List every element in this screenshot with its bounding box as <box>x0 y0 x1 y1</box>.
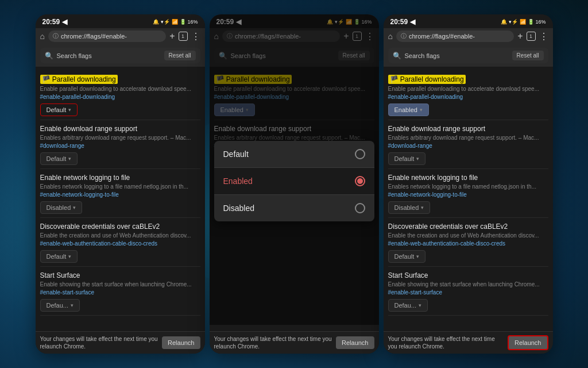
flag-dropdown-download-range[interactable]: Default ▾ <box>388 152 426 165</box>
flag-link[interactable]: #enable-web-authentication-cable-disco-c… <box>40 240 200 247</box>
dropdown-option-label: Default <box>223 150 249 159</box>
flag-dropdown-cablev2[interactable]: Default ▾ <box>40 250 78 263</box>
flag-link[interactable]: #enable-network-logging-to-file <box>40 191 200 198</box>
flag-link[interactable]: #enable-parallel-downloading <box>388 94 548 100</box>
flag-title: Discoverable credentials over caBLEv2 <box>388 223 548 231</box>
dropdown-arrow-icon: ▾ <box>421 205 424 210</box>
search-input[interactable]: Search flags <box>405 52 509 59</box>
phone-1: 20:59 ◀ 🔔 ▾⚡ 📶 🔋 16% ⌂ ⓘ chrome://flags/… <box>210 14 379 354</box>
tab-count[interactable]: 1 <box>179 32 188 41</box>
flag-dropdown-parallel-downloading[interactable]: Default ▾ <box>40 103 78 116</box>
status-bar: 20:59 ◀ 🔔 ▾⚡ 📶 🔋 16% <box>384 14 553 28</box>
dropdown-arrow-icon: ▾ <box>68 156 71 162</box>
flag-link[interactable]: #enable-start-surface <box>388 289 548 296</box>
dropdown-option-label: Disabled <box>223 204 254 213</box>
flag-item-network-logging: Enable network logging to file Enables n… <box>40 169 200 218</box>
dropdown-arrow-icon: ▾ <box>416 156 419 162</box>
dropdown-arrow-icon: ▾ <box>68 254 71 259</box>
dropdown-arrow-icon: ▾ <box>71 302 74 308</box>
dropdown-overlay: Default Enabled Disabled <box>214 141 374 221</box>
flag-desc: Enables network logging to a file named … <box>388 183 548 190</box>
flag-title-text: Enable download range support <box>388 125 485 133</box>
dropdown-label: Default <box>394 155 415 162</box>
flag-item-cablev2: Discoverable credentials over caBLEv2 En… <box>40 218 200 267</box>
flag-dropdown-network-logging[interactable]: Disabled ▾ <box>40 201 83 214</box>
flag-title-text: Enable download range support <box>40 125 137 133</box>
flag-title-text: Enable network logging to file <box>40 174 130 182</box>
flag-link[interactable]: #enable-start-surface <box>40 289 200 296</box>
flag-dropdown-start-surface[interactable]: Defau... ▾ <box>388 299 428 312</box>
bottom-bar: Your changes will take effect the next t… <box>210 331 379 354</box>
flag-item-parallel-downloading: 🏴 Parallel downloading Enable parallel d… <box>40 70 200 120</box>
tab-count[interactable]: 1 <box>527 32 536 41</box>
dropdown-option-disabled[interactable]: Disabled <box>214 195 374 221</box>
radio-dot <box>357 178 363 184</box>
flag-title-text: Discoverable credentials over caBLEv2 <box>388 223 508 231</box>
flag-dropdown-parallel-downloading[interactable]: Enabled ▾ <box>388 103 429 116</box>
search-bar: 🔍 Search flags Reset all <box>40 48 200 63</box>
flag-desc: Enable showing the start surface when la… <box>388 281 548 288</box>
relaunch-button[interactable]: Relaunch <box>336 336 374 349</box>
bottom-text: Your changes will take effect the next t… <box>388 335 505 350</box>
flag-title-text: Start Surface <box>40 271 80 279</box>
flag-dropdown-download-range[interactable]: Default ▾ <box>40 152 78 165</box>
tab-count-label: 1 <box>181 33 184 39</box>
status-time: 20:59 ◀ <box>42 18 67 26</box>
new-tab-icon[interactable]: + <box>169 31 175 41</box>
dropdown-label: Defau... <box>394 302 417 309</box>
address-bar[interactable]: ⓘ chrome://flags/#enable- <box>48 30 166 42</box>
lock-icon: ⓘ <box>401 32 407 40</box>
flag-link[interactable]: #download-range <box>40 143 200 149</box>
flag-link[interactable]: #enable-parallel-downloading <box>40 94 200 100</box>
dropdown-label: Defau... <box>47 302 69 309</box>
flag-dropdown-start-surface[interactable]: Defau... ▾ <box>40 299 80 312</box>
status-bar: 20:59 ◀ 🔔 ▾⚡ 📶 🔋 16% <box>36 14 205 28</box>
phone-0: 20:59 ◀ 🔔 ▾⚡ 📶 🔋 16% ⌂ ⓘ chrome://flags/… <box>36 14 205 354</box>
status-icons: 🔔 ▾⚡ 📶 🔋 16% <box>501 19 546 25</box>
radio-unselected <box>355 149 365 159</box>
home-icon[interactable]: ⌂ <box>40 32 45 41</box>
new-tab-icon[interactable]: + <box>517 31 523 41</box>
bottom-text: Your changes will take effect the next t… <box>214 335 333 350</box>
signal-icon: 📶 <box>172 19 178 25</box>
flag-title-text: Enable network logging to file <box>388 174 478 182</box>
flag-item-download-range: Enable download range support Enables ar… <box>40 120 200 169</box>
flag-dropdown-cablev2[interactable]: Default ▾ <box>388 250 426 263</box>
browser-tabs: ⌂ ⓘ chrome://flags/#enable- + 1 ⋮ <box>384 28 553 44</box>
dropdown-arrow-icon: ▾ <box>419 302 421 308</box>
bottom-bar: Your changes will take effect the next t… <box>384 331 553 354</box>
flag-title-highlighted: 🏴 Parallel downloading <box>388 75 466 84</box>
search-input[interactable]: Search flags <box>57 52 161 59</box>
dropdown-option-enabled[interactable]: Enabled <box>214 168 374 195</box>
alarm-icon: 🔔 <box>153 19 159 25</box>
flag-title: Start Surface <box>40 271 200 279</box>
flag-title: Enable network logging to file <box>388 174 548 182</box>
home-icon[interactable]: ⌂ <box>388 32 393 41</box>
menu-icon[interactable]: ⋮ <box>191 31 200 42</box>
flag-link[interactable]: #enable-network-logging-to-file <box>388 191 548 198</box>
search-icon: 🔍 <box>45 52 53 60</box>
address-text: chrome://flags/#enable- <box>409 33 509 40</box>
address-bar[interactable]: ⓘ chrome://flags/#enable- <box>396 30 514 42</box>
address-text: chrome://flags/#enable- <box>61 33 161 40</box>
wifi-icon: ▾⚡ <box>161 19 170 25</box>
reset-all-button[interactable]: Reset all <box>512 51 544 60</box>
menu-icon[interactable]: ⋮ <box>539 31 548 42</box>
dropdown-option-default[interactable]: Default <box>214 141 374 168</box>
relaunch-button[interactable]: Relaunch <box>508 335 548 350</box>
flag-item-download-range: Enable download range support Enables ar… <box>388 120 548 169</box>
flag-link[interactable]: #download-range <box>388 143 548 149</box>
alarm-icon: 🔔 <box>501 19 507 25</box>
reset-all-button[interactable]: Reset all <box>164 51 196 60</box>
bottom-text: Your changes will take effect the next t… <box>40 335 159 350</box>
flag-dropdown-network-logging[interactable]: Disabled ▾ <box>388 201 431 214</box>
flag-link[interactable]: #enable-web-authentication-cable-disco-c… <box>388 240 548 247</box>
flag-item-start-surface: Start Surface Enable showing the start s… <box>40 267 200 316</box>
phone-container: 20:59 ◀ 🔔 ▾⚡ 📶 🔋 16% ⌂ ⓘ chrome://flags/… <box>36 14 553 354</box>
dropdown-label: Disabled <box>47 204 71 211</box>
flag-desc: Enables network logging to a file named … <box>40 183 200 190</box>
browser-chrome: ⌂ ⓘ chrome://flags/#enable- + 1 ⋮ 🔍 Sear… <box>384 28 553 67</box>
relaunch-button[interactable]: Relaunch <box>162 336 200 349</box>
dropdown-label: Default <box>47 106 67 113</box>
wifi-icon: ▾⚡ <box>509 19 518 25</box>
